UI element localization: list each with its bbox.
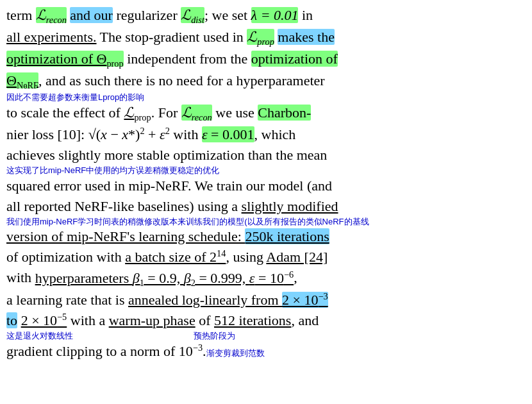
- zh-note-5: 渐变剪裁到范数: [206, 348, 265, 358]
- text-line-8: squared error used in mip-NeRF. We train…: [6, 178, 332, 194]
- underline-hyperparams: hyperparameters β1 = 0.9, β2 = 0.999, ε …: [35, 270, 294, 286]
- highlight-250k: 250k iterations: [245, 228, 329, 244]
- underline-512: 512 iterations: [214, 312, 291, 328]
- text-line-12: with hyperparameters β1 = 0.9, β2 = 0.99…: [6, 270, 297, 286]
- highlight-l-recon-1: ℒrecon: [36, 7, 67, 23]
- text-line-9: all reported NeRF-like baselines) using …: [6, 198, 338, 214]
- highlight-2e-3: 2 × 10−3: [282, 292, 328, 308]
- highlight-l-prop: ℒprop: [247, 29, 274, 45]
- text-line-13: a learning rate that is annealed log-lin…: [6, 292, 328, 308]
- underline-adam: Adam [24]: [266, 249, 328, 265]
- highlight-l-dist: ℒdist: [181, 7, 204, 23]
- text-line-5: to scale the effect of ℒprop. For ℒrecon…: [6, 105, 311, 121]
- main-content: term ℒrecon and our regularizer ℒdist; w…: [6, 5, 526, 362]
- underline-slightly-modified: slightly modified: [242, 198, 338, 214]
- zh-note-4: 这是退火对数线性 预热阶段为: [6, 331, 526, 341]
- highlight-optimization-of: optimization of: [251, 51, 338, 67]
- text-line-10: version of mip-NeRF's learning schedule:…: [6, 228, 329, 244]
- text-line-6: nier loss [10]: √(x − x*)2 + ε2 with ε =…: [6, 126, 295, 142]
- zh-note-1: 因此不需要超参数来衡量Lprop的影响: [6, 92, 526, 103]
- text-line-1: term ℒrecon and our regularizer ℒdist; w…: [6, 7, 313, 23]
- underline-l-prop: ℒprop: [124, 105, 151, 121]
- text-line-11: of optimization with a batch size of 214…: [6, 249, 328, 265]
- underline-warm-up: warm-up phase: [109, 312, 195, 328]
- highlight-and-our: and our: [70, 7, 113, 23]
- text-line-2: all experiments. The stop-gradient used …: [6, 29, 335, 45]
- underline-all-experiments: all experiments.: [6, 29, 97, 45]
- highlight-ul-optimization: optimization of Θprop: [6, 51, 124, 67]
- highlight-theta-nerf: ΘNeRF: [6, 72, 38, 88]
- text-line-14: to 2 × 10−5 with a warm-up phase of 512 …: [6, 312, 319, 328]
- highlight-makes-the: makes the: [278, 29, 335, 45]
- highlight-to: to: [6, 312, 17, 328]
- zh-note-3: 我们使用mip-NeRF学习时间表的稍微修改版本来训练我们的模型(以及所有报告的…: [6, 217, 526, 227]
- text-block: term ℒrecon and our regularizer ℒdist; w…: [6, 5, 526, 362]
- highlight-lambda: λ = 0.01: [251, 7, 299, 23]
- underline-version: version of mip-NeRF's learning schedule:…: [6, 228, 329, 244]
- text-line-15: gradient clipping to a norm of 10−3.渐变剪裁…: [6, 343, 265, 359]
- highlight-l-recon-2: ℒrecon: [181, 105, 212, 121]
- underline-2e-5: 2 × 10−5: [21, 312, 67, 328]
- text-line-4: ΘNeRF, and as such there is no need for …: [6, 72, 325, 88]
- text-line-3: optimization of Θprop independent from t…: [6, 51, 338, 67]
- underline-annealed: annealed log-linearly from 2 × 10−3: [128, 292, 328, 308]
- underline-batch-size: a batch size of 214: [125, 249, 226, 265]
- highlight-epsilon: ε = 0.001: [202, 126, 254, 142]
- highlight-charbon: Charbon-: [258, 105, 311, 121]
- text-line-7: achieves slightly more stable optimizati…: [6, 147, 327, 163]
- zh-note-2: 这实现了比mip-NeRF中使用的均方误差稍微更稳定的优化: [6, 165, 526, 176]
